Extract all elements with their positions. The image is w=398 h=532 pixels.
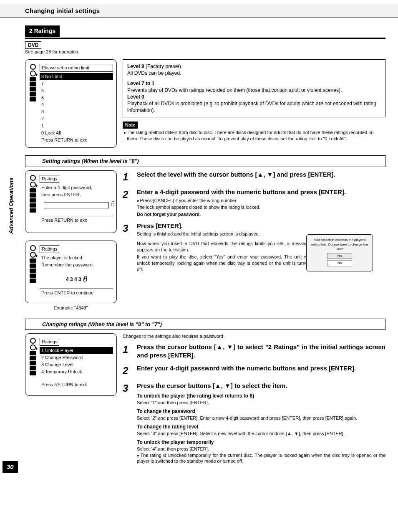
slot-icon bbox=[30, 356, 36, 360]
osd-item: 4 bbox=[40, 101, 113, 108]
osd-footer: Press ENTER to continue bbox=[40, 289, 113, 296]
disc-icon bbox=[30, 64, 36, 70]
osd-title: Please set a rating limit bbox=[40, 64, 113, 72]
osd-title: Ratings bbox=[40, 245, 59, 253]
level8-paren: (Factory preset) bbox=[144, 63, 181, 69]
osd-locked: Ratings The player is locked. Remember t… bbox=[25, 241, 117, 303]
osd-icon-strip bbox=[29, 64, 37, 143]
osd-item: 7 bbox=[40, 80, 113, 87]
level71-desc: Prevents play of DVDs with ratings recor… bbox=[127, 87, 381, 94]
change-password-title: To change the password bbox=[137, 408, 385, 415]
osd-item: 2 Change Password bbox=[40, 354, 113, 361]
osd-text: Enter a 4-digit password, bbox=[40, 184, 113, 191]
unlock-player-title: To unlock the player (the rating level r… bbox=[137, 393, 385, 399]
lock-closed-icon bbox=[83, 278, 87, 281]
disc-play-icon bbox=[30, 252, 36, 258]
osd-item: 3 bbox=[40, 108, 113, 115]
osd-item: 6 bbox=[40, 87, 113, 94]
step2-note: Press [CANCEL] if you enter the wrong nu… bbox=[137, 198, 385, 204]
levels-description-box: Level 8 (Factory preset) All DVDs can be… bbox=[123, 59, 385, 117]
unlock-player-desc: Select "1" and then press [ENTER]. bbox=[137, 400, 385, 406]
osd-selected-item: 1 Unlock Player bbox=[40, 347, 113, 354]
level8-title: Level 8 bbox=[127, 63, 144, 69]
level8-desc: All DVDs can be played. bbox=[127, 70, 381, 76]
change-level-desc: Select "3" and press [ENTER]. Select a n… bbox=[137, 431, 385, 437]
osd-rating-limit: Please set a rating limit 8 No Limit 7 6… bbox=[25, 59, 117, 148]
chg-step3-title: Press the cursor buttons [▲, ▼] to selec… bbox=[137, 382, 385, 390]
osd-text: Remember the password. bbox=[40, 261, 113, 269]
page-number: 30 bbox=[3, 461, 18, 473]
tv-no-button[interactable]: No bbox=[327, 260, 352, 266]
osd-title: Ratings bbox=[40, 338, 59, 346]
slot-icon bbox=[30, 188, 36, 193]
step3-title: Press [ENTER]. bbox=[137, 222, 310, 230]
disc-play-icon bbox=[30, 71, 36, 76]
osd-item: 2 bbox=[40, 115, 113, 122]
sidebar-section-label: Advanced Operations bbox=[8, 178, 15, 234]
disc-play-icon bbox=[30, 182, 36, 187]
tv-yes-button[interactable]: Yes bbox=[327, 253, 352, 259]
subheading-setting-ratings: Setting ratings (When the level is "8") bbox=[25, 155, 385, 167]
temp-unlock-desc1: Select "4" and then press [ENTER]. bbox=[137, 446, 385, 452]
step-number: 1 bbox=[123, 343, 131, 360]
chg-step2-title: Enter your 4-digit password with the num… bbox=[137, 364, 385, 372]
step-number: 3 bbox=[123, 382, 131, 464]
step-number: 2 bbox=[123, 364, 131, 377]
slot-icon bbox=[30, 371, 36, 375]
step3-note: Setting is finished and the initial sett… bbox=[137, 231, 310, 237]
slot-icon bbox=[30, 208, 36, 213]
section-strip bbox=[25, 38, 385, 39]
osd-icon-strip bbox=[29, 245, 37, 299]
level71-title: Level 7 to 1 bbox=[127, 80, 381, 87]
header-title: Changing initial settings bbox=[25, 7, 373, 15]
osd-item: 5 bbox=[40, 94, 113, 101]
slot-icon bbox=[30, 92, 36, 96]
slot-icon bbox=[30, 269, 36, 273]
step3-para: If you want to play the disc, select "Ye… bbox=[137, 254, 310, 273]
slot-icon bbox=[30, 263, 36, 268]
step2-note-bold: Do not forget your password. bbox=[137, 211, 385, 218]
note-text: The rating method differs from disc to d… bbox=[123, 129, 385, 142]
slot-icon bbox=[30, 87, 36, 91]
change-password-desc: Select "2" and press [ENTER]. Enter a ne… bbox=[137, 415, 385, 421]
osd-change-ratings: Ratings 1 Unlock Player 2 Change Passwor… bbox=[25, 333, 117, 396]
slot-icon bbox=[30, 258, 36, 263]
step1-title: Select the level with the cursor buttons… bbox=[137, 170, 385, 179]
slot-icon bbox=[30, 198, 36, 203]
page-header: Changing initial settings bbox=[0, 4, 398, 18]
slot-icon bbox=[30, 366, 36, 370]
ratings-section: 2 Ratings DVD See page 28 for operation. bbox=[25, 25, 385, 55]
level0-desc: Playback of all DVDs is prohibited (e.g.… bbox=[127, 100, 381, 114]
osd-footer: Press RETURN to exit bbox=[40, 381, 113, 388]
lock-open-icon bbox=[111, 203, 114, 206]
osd-selected-item: 8 No Limit bbox=[40, 73, 113, 80]
slot-icon bbox=[30, 351, 36, 355]
step-number: 3 bbox=[123, 222, 131, 272]
osd-title: Ratings bbox=[40, 175, 59, 183]
example-caption: Example: "4343" bbox=[25, 305, 117, 311]
osd-item: 1 bbox=[40, 122, 113, 129]
slot-icon bbox=[30, 274, 36, 278]
dvd-badge: DVD bbox=[25, 41, 41, 49]
step3-para: Now when you insert a DVD that exceeds t… bbox=[137, 241, 310, 253]
slot-icon bbox=[30, 77, 36, 81]
osd-text: then press ENTER. bbox=[40, 191, 113, 198]
tv-dialog: Your selection exceeds the player's rati… bbox=[306, 234, 373, 271]
step-number: 1 bbox=[123, 170, 131, 184]
osd-item: 0 Lock All bbox=[40, 129, 113, 137]
subheading-changing-ratings: Changing ratings (When the level is "0" … bbox=[25, 319, 385, 330]
disc-play-icon bbox=[30, 345, 36, 350]
section-tab: 2 Ratings bbox=[25, 25, 60, 37]
slot-icon bbox=[30, 203, 36, 208]
osd-footer: Press RETURN to exit bbox=[40, 137, 113, 144]
slot-icon bbox=[30, 279, 36, 283]
chg-step1-title: Press the cursor buttons [▲, ▼] to selec… bbox=[137, 343, 385, 360]
osd-footer: Press RETURN to exit bbox=[40, 216, 113, 224]
level0-title: Level 0 bbox=[127, 94, 381, 100]
password-field bbox=[44, 203, 109, 208]
osd-enter-password: Ratings Enter a 4-digit password, then p… bbox=[25, 170, 117, 233]
disc-icon bbox=[30, 338, 36, 344]
slot-icon bbox=[30, 193, 36, 198]
disc-icon bbox=[30, 245, 36, 251]
temp-unlock-desc2: The rating is unlocked temporarily for t… bbox=[137, 452, 385, 465]
